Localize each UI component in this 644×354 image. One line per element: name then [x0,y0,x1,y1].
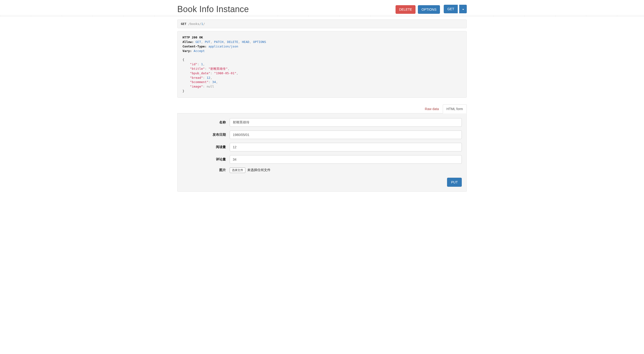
label-btitle: 名称 [182,120,230,124]
put-submit-button[interactable]: PUT [447,178,462,187]
page-title: Book Info Instance [177,4,249,14]
file-choose-button[interactable]: 选择文件 [230,168,245,173]
nav-tabs: Raw data HTML form [177,104,467,114]
label-bcomment: 评论量 [182,157,230,162]
chevron-down-icon [462,9,464,10]
request-method: GET [181,22,186,26]
file-status-text: 未选择任何文件 [247,168,270,172]
options-button[interactable]: OPTIONS [418,5,440,14]
label-bpubdate: 发布日期 [182,133,230,137]
label-image: 图片 [182,168,230,172]
header-actions: DELETE OPTIONS GET [394,5,467,14]
tab-raw-data[interactable]: Raw data [421,104,442,114]
request-info-panel: GET /books/1/ [177,20,467,28]
form-tabs-container: Raw data HTML form 名称 发布日期 阅读量 评论量 图片 [177,104,467,192]
input-bread[interactable] [230,143,462,152]
page-header: Book Info Instance DELETE OPTIONS GET [177,0,467,16]
allow-methods: GET, PUT, PATCH, DELETE, HEAD, OPTIONS [196,40,266,44]
input-btitle[interactable] [230,118,462,127]
html-form-panel: 名称 发布日期 阅读量 评论量 图片 选择文件 未选择任何文件 [177,114,467,192]
label-bread: 阅读量 [182,145,230,149]
response-preformatted: HTTP 200 OK Allow: GET, PUT, PATCH, DELE… [181,34,463,95]
response-body-json: { "id": 1, "btitle": "射雕英雄传", "bpub_date… [182,58,238,93]
input-bpubdate[interactable] [230,130,462,139]
input-bcomment[interactable] [230,155,462,164]
get-button[interactable]: GET [444,5,458,13]
delete-button[interactable]: DELETE [396,5,416,14]
response-info-panel: HTTP 200 OK Allow: GET, PUT, PATCH, DELE… [177,31,467,98]
request-path: /books/1/ [188,22,205,26]
tab-html-form[interactable]: HTML form [443,104,467,114]
get-dropdown-toggle[interactable] [459,5,467,13]
